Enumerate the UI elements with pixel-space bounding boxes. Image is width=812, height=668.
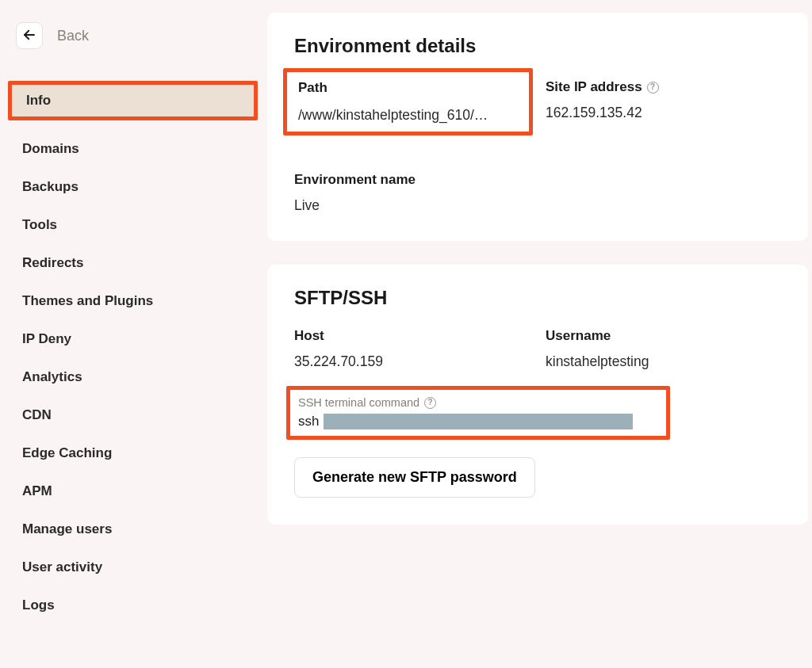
- sidebar-item-tools[interactable]: Tools: [0, 206, 266, 244]
- sftp-ssh-card: SFTP/SSH Host 35.224.70.159 Username kin…: [267, 265, 808, 525]
- sidebar-item-redirects[interactable]: Redirects: [0, 244, 266, 282]
- host-value: 35.224.70.159: [294, 353, 530, 370]
- arrow-left-icon: [22, 28, 36, 44]
- environment-details-card: Environment details Path /www/kinstahelp…: [267, 13, 808, 241]
- site-ip-label: Site IP address ?: [546, 79, 781, 95]
- sidebar-item-cdn[interactable]: CDN: [0, 396, 266, 434]
- sidebar-item-analytics[interactable]: Analytics: [0, 358, 266, 396]
- help-icon[interactable]: ?: [424, 397, 436, 409]
- env-name-value: Live: [294, 197, 530, 214]
- sidebar-item-ip-deny[interactable]: IP Deny: [0, 320, 266, 358]
- sidebar-item-domains[interactable]: Domains: [0, 130, 266, 168]
- ssh-command-highlight: SSH terminal command ? ssh: [286, 386, 670, 440]
- help-icon[interactable]: ?: [647, 82, 659, 94]
- sidebar-item-info-highlight: Info: [8, 81, 258, 120]
- main-content: Environment details Path /www/kinstahelp…: [266, 0, 812, 668]
- sidebar-item-apm[interactable]: APM: [0, 472, 266, 510]
- ssh-command-label: SSH terminal command ?: [298, 396, 652, 409]
- sidebar: Back Info Domains Backups Tools Redirect…: [0, 0, 266, 668]
- sidebar-item-user-activity[interactable]: User activity: [0, 548, 266, 586]
- site-ip-label-text: Site IP address: [546, 79, 642, 95]
- environment-details-heading: Environment details: [294, 35, 781, 57]
- env-name-label: Environment name: [294, 172, 530, 188]
- path-value: /www/kinstahelptesting_610/…: [298, 107, 488, 124]
- path-label: Path: [298, 80, 488, 96]
- sftp-ssh-heading: SFTP/SSH: [294, 287, 781, 309]
- sidebar-item-edge-caching[interactable]: Edge Caching: [0, 434, 266, 472]
- ssh-command-label-text: SSH terminal command: [298, 396, 419, 409]
- site-ip-value: 162.159.135.42: [546, 105, 781, 121]
- sidebar-item-logs[interactable]: Logs: [0, 586, 266, 624]
- back-button[interactable]: [16, 22, 43, 49]
- sidebar-item-backups[interactable]: Backups: [0, 168, 266, 206]
- ssh-redacted: [324, 414, 633, 429]
- host-label: Host: [294, 328, 530, 344]
- username-value: kinstahelptesting: [546, 353, 781, 370]
- ssh-command-value: ssh: [298, 414, 652, 429]
- back-label: Back: [57, 28, 89, 44]
- sidebar-item-manage-users[interactable]: Manage users: [0, 510, 266, 548]
- generate-sftp-password-button[interactable]: Generate new SFTP password: [294, 457, 535, 498]
- sidebar-nav: Info Domains Backups Tools Redirects The…: [0, 81, 266, 624]
- sidebar-item-themes-plugins[interactable]: Themes and Plugins: [0, 282, 266, 320]
- path-highlight: Path /www/kinstahelptesting_610/…: [283, 68, 533, 136]
- sidebar-item-info[interactable]: Info: [12, 85, 254, 116]
- username-label: Username: [546, 328, 781, 344]
- ssh-prefix: ssh: [298, 414, 319, 429]
- back-row: Back: [0, 22, 266, 49]
